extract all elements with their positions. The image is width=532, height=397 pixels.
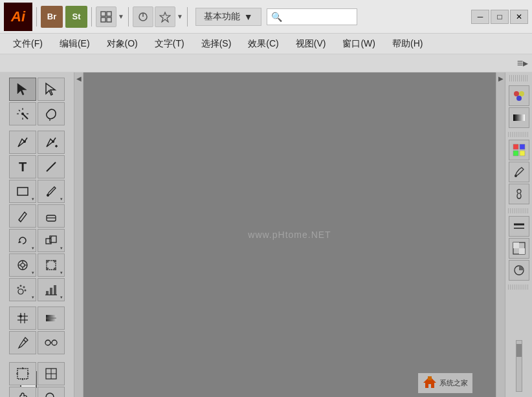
search-box[interactable]: 🔍 bbox=[267, 8, 357, 25]
magic-wand-tool[interactable] bbox=[9, 102, 36, 125]
menu-bar: 文件(F) 编辑(E) 对象(O) 文字(T) 选择(S) 效果(C) 视图(V… bbox=[0, 34, 532, 54]
left-collapse-arrow[interactable]: ◀ bbox=[74, 72, 83, 397]
right-grip bbox=[509, 75, 528, 81]
right-scrollbar[interactable] bbox=[516, 340, 522, 392]
svg-point-62 bbox=[52, 340, 57, 345]
svg-point-76 bbox=[514, 91, 519, 96]
zoom-hand-row bbox=[9, 387, 65, 397]
stock-button[interactable]: St bbox=[65, 6, 87, 28]
lasso-tool[interactable] bbox=[38, 102, 65, 125]
menu-edit[interactable]: 编辑(E) bbox=[52, 36, 98, 52]
stroke-panel-btn[interactable] bbox=[509, 216, 529, 237]
eyedropper-tool[interactable] bbox=[9, 331, 36, 354]
svg-rect-40 bbox=[46, 260, 49, 263]
svg-point-45 bbox=[17, 287, 19, 289]
artboard-tool[interactable] bbox=[9, 362, 36, 385]
svg-rect-75 bbox=[428, 376, 432, 380]
power-icon[interactable] bbox=[133, 6, 153, 27]
symbol-graph-row: ▾ ▾ bbox=[9, 278, 65, 301]
svg-line-23 bbox=[47, 162, 56, 171]
svg-rect-83 bbox=[520, 151, 525, 156]
selection-tools-row bbox=[9, 78, 65, 101]
zoom-tool[interactable] bbox=[38, 387, 65, 397]
gradient-tool[interactable] bbox=[38, 306, 65, 330]
line-tool[interactable] bbox=[38, 155, 65, 178]
symbols-panel-btn[interactable] bbox=[509, 184, 529, 204]
svg-rect-0 bbox=[101, 12, 105, 16]
menu-help[interactable]: 帮助(H) bbox=[384, 36, 430, 52]
gradient-panel-btn[interactable] bbox=[509, 107, 529, 128]
svg-marker-8 bbox=[46, 83, 55, 95]
main-area: T ▾ ▾ bbox=[0, 72, 532, 397]
blend-tool[interactable] bbox=[38, 331, 65, 354]
pen-tool[interactable] bbox=[9, 131, 36, 154]
workspace-dropdown[interactable]: 基本功能 ▼ bbox=[195, 8, 261, 26]
maximize-button[interactable]: □ bbox=[491, 10, 509, 24]
svg-rect-81 bbox=[520, 144, 525, 149]
tool-dropdown-icon[interactable]: ▼ bbox=[177, 13, 183, 20]
rotate-scale-row: ▾ ▾ bbox=[9, 229, 65, 252]
color-panel-btn[interactable] bbox=[509, 85, 529, 106]
close-button[interactable]: ✕ bbox=[510, 10, 528, 24]
svg-rect-88 bbox=[513, 242, 519, 248]
svg-point-34 bbox=[21, 263, 25, 267]
svg-point-77 bbox=[519, 91, 524, 96]
minimize-button[interactable]: ─ bbox=[471, 10, 489, 24]
slice-tool[interactable] bbox=[38, 362, 65, 385]
menu-file[interactable]: 文件(F) bbox=[5, 36, 50, 52]
search-input[interactable] bbox=[282, 12, 353, 21]
mesh-tool[interactable] bbox=[9, 306, 36, 330]
text-tool[interactable]: T bbox=[9, 155, 36, 178]
arrange-icon[interactable] bbox=[96, 6, 116, 27]
scale-tool[interactable]: ▾ bbox=[38, 229, 65, 252]
svg-point-46 bbox=[20, 285, 22, 287]
eraser-tool[interactable] bbox=[38, 204, 65, 228]
swatches-panel-btn[interactable] bbox=[509, 140, 529, 160]
svg-line-60 bbox=[23, 339, 26, 342]
free-transform-tool[interactable]: ▾ bbox=[38, 253, 65, 277]
menu-select[interactable]: 选择(S) bbox=[194, 36, 239, 52]
svg-rect-64 bbox=[17, 369, 28, 379]
hand-tool[interactable] bbox=[9, 387, 36, 397]
selection-tool[interactable] bbox=[9, 78, 36, 101]
menu-effect[interactable]: 效果(C) bbox=[240, 36, 286, 52]
svg-point-48 bbox=[25, 290, 27, 292]
pen-tools-row bbox=[9, 131, 65, 154]
menu-object[interactable]: 对象(O) bbox=[99, 36, 146, 52]
scroll-thumb[interactable] bbox=[516, 344, 522, 357]
sep4 bbox=[187, 7, 188, 27]
pen-add-tool[interactable] bbox=[38, 131, 65, 154]
svg-rect-51 bbox=[54, 285, 56, 295]
svg-line-26 bbox=[19, 220, 21, 222]
menu-text[interactable]: 文字(T) bbox=[147, 36, 192, 52]
svg-marker-29 bbox=[18, 241, 21, 243]
symbol-sprayer-tool[interactable]: ▾ bbox=[9, 278, 36, 301]
arrange-dropdown-icon[interactable]: ▼ bbox=[118, 13, 124, 20]
svg-rect-80 bbox=[513, 144, 518, 149]
rotate-tool[interactable]: ▾ bbox=[9, 229, 36, 252]
text-line-row: T bbox=[9, 155, 65, 178]
column-graph-tool[interactable]: ▾ bbox=[38, 278, 65, 301]
warp-tool[interactable]: ▾ bbox=[9, 253, 36, 277]
sep2 bbox=[91, 7, 92, 27]
transparency-panel-btn[interactable] bbox=[509, 238, 529, 259]
svg-rect-1 bbox=[107, 12, 111, 16]
brushes-panel-btn[interactable] bbox=[509, 162, 529, 182]
pencil-tool[interactable] bbox=[9, 204, 36, 228]
star-icon[interactable] bbox=[155, 6, 175, 27]
right-collapse-arrow[interactable]: ▶ bbox=[496, 72, 505, 397]
rectangle-tool[interactable]: ▾ bbox=[9, 180, 36, 203]
bridge-button[interactable]: Br bbox=[41, 6, 63, 28]
svg-point-47 bbox=[23, 286, 25, 288]
menu-view[interactable]: 视图(V) bbox=[288, 36, 334, 52]
right-sep-1 bbox=[508, 132, 529, 137]
control-bar: ≡▸ bbox=[0, 54, 532, 72]
appearance-panel-btn[interactable] bbox=[509, 260, 529, 281]
panel-toggle-icon[interactable]: ≡▸ bbox=[517, 57, 528, 69]
menu-window[interactable]: 窗口(W) bbox=[335, 36, 383, 52]
paintbrush-tool[interactable]: ▾ bbox=[38, 180, 65, 203]
svg-point-25 bbox=[47, 194, 49, 197]
svg-point-44 bbox=[18, 289, 23, 294]
svg-point-15 bbox=[21, 113, 24, 115]
direct-selection-tool[interactable] bbox=[38, 78, 65, 101]
